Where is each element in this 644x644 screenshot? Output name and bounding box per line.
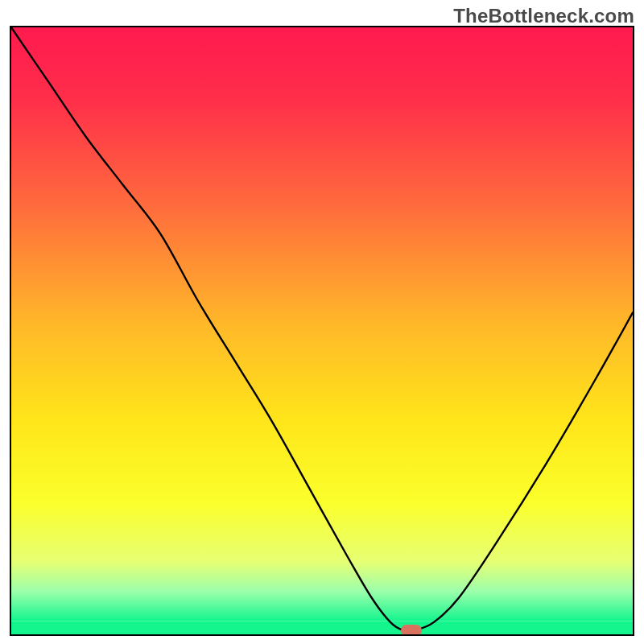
gradient-background: [11, 27, 633, 621]
plot-svg: [11, 27, 633, 634]
green-strip: [11, 621, 633, 634]
watermark-text: TheBottleneck.com: [453, 5, 634, 27]
minimum-marker: [401, 625, 422, 636]
chart-stage: TheBottleneck.com: [0, 0, 644, 644]
plot-frame: [10, 26, 634, 636]
